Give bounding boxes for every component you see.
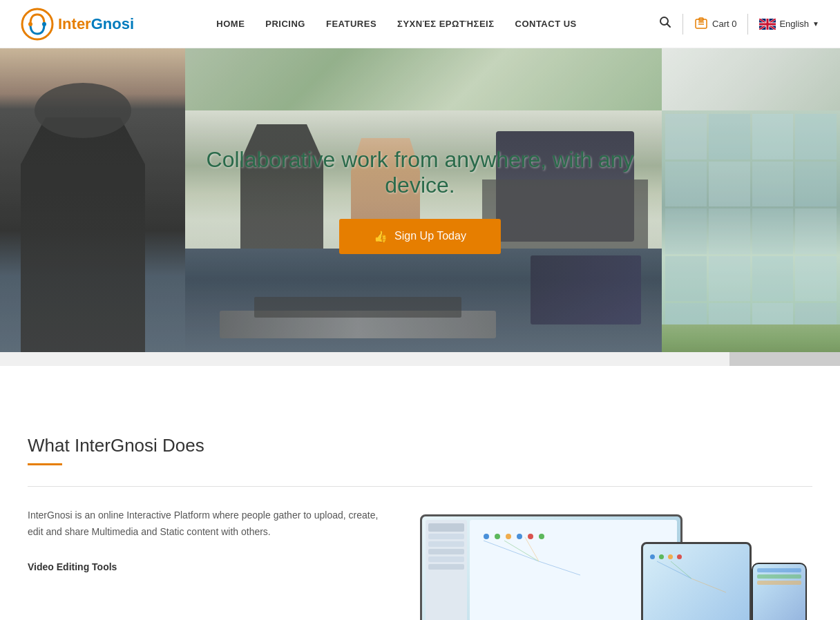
section-feature: Video Editing Tools bbox=[28, 561, 387, 572]
hero-section: Collaborative work from anywhere, with a… bbox=[0, 48, 840, 352]
main-nav: HOME PRICING FEATURES ΣΥΧΝΈΣ ΕΡΩΤΉΣΕΙΣ C… bbox=[216, 19, 576, 29]
cart-button[interactable]: Cart 0 bbox=[694, 17, 736, 31]
hero-scrollbar-thumb[interactable] bbox=[729, 352, 840, 366]
main-content: What InterGnosi Does InterGnosi is an on… bbox=[0, 400, 840, 620]
section-rule bbox=[28, 486, 812, 487]
phone-screen bbox=[753, 564, 805, 620]
logo[interactable]: InterGnosi bbox=[21, 8, 134, 41]
nav-faq[interactable]: ΣΥΧΝΈΣ ΕΡΩΤΉΣΕΙΣ bbox=[397, 19, 494, 29]
phone-mockup bbox=[752, 563, 807, 620]
nav-pricing[interactable]: PRICING bbox=[265, 19, 305, 29]
hero-scrollbar-area bbox=[0, 352, 840, 366]
section-text: InterGnosi is an online Interactive Plat… bbox=[28, 507, 387, 572]
svg-line-13 bbox=[539, 561, 580, 575]
svg-point-1 bbox=[28, 22, 32, 26]
site-header: InterGnosi HOME PRICING FEATURES ΣΥΧΝΈΣ … bbox=[0, 0, 840, 48]
signup-label: Sign Up Today bbox=[394, 230, 466, 242]
header-divider bbox=[682, 14, 683, 35]
monitor-sidebar bbox=[426, 520, 467, 620]
signup-button[interactable]: 👍 Sign Up Today bbox=[339, 219, 501, 254]
svg-line-12 bbox=[525, 537, 539, 561]
mockup-container bbox=[420, 507, 807, 620]
tablet-screen bbox=[643, 544, 750, 620]
header-divider-2 bbox=[747, 14, 748, 35]
tablet-mockup bbox=[641, 542, 752, 620]
section-title: What InterGnosi Does bbox=[28, 435, 812, 456]
section-gap bbox=[0, 366, 840, 400]
flag-icon bbox=[759, 19, 776, 30]
device-mockup-area bbox=[414, 507, 812, 620]
nav-features[interactable]: FEATURES bbox=[326, 19, 376, 29]
chevron-down-icon: ▼ bbox=[812, 20, 819, 28]
cart-label: Cart 0 bbox=[712, 19, 736, 29]
hero-headline: Collaborative work from anywhere, with a… bbox=[178, 147, 662, 198]
hero-content: Collaborative work from anywhere, with a… bbox=[178, 147, 662, 254]
section-divider bbox=[28, 463, 62, 465]
language-selector[interactable]: English ▼ bbox=[759, 19, 819, 30]
nav-home[interactable]: HOME bbox=[216, 19, 245, 29]
cart-icon bbox=[694, 17, 708, 31]
svg-line-10 bbox=[484, 541, 539, 561]
section-description: InterGnosi is an online Interactive Plat… bbox=[28, 507, 387, 541]
lang-label: English bbox=[779, 19, 809, 29]
search-icon bbox=[659, 16, 671, 28]
svg-point-2 bbox=[42, 22, 46, 26]
nav-contact[interactable]: CONTACT US bbox=[515, 19, 577, 29]
svg-line-16 bbox=[691, 579, 726, 592]
search-button[interactable] bbox=[659, 16, 671, 32]
svg-line-11 bbox=[504, 541, 539, 561]
signup-icon: 👍 bbox=[374, 230, 388, 243]
logo-icon bbox=[21, 8, 54, 41]
section-body: InterGnosi is an online Interactive Plat… bbox=[28, 507, 812, 620]
tablet-network-lines bbox=[643, 544, 750, 620]
header-right: Cart 0 English ▼ bbox=[659, 14, 819, 35]
svg-line-4 bbox=[667, 24, 671, 28]
logo-text: InterGnosi bbox=[58, 15, 134, 33]
